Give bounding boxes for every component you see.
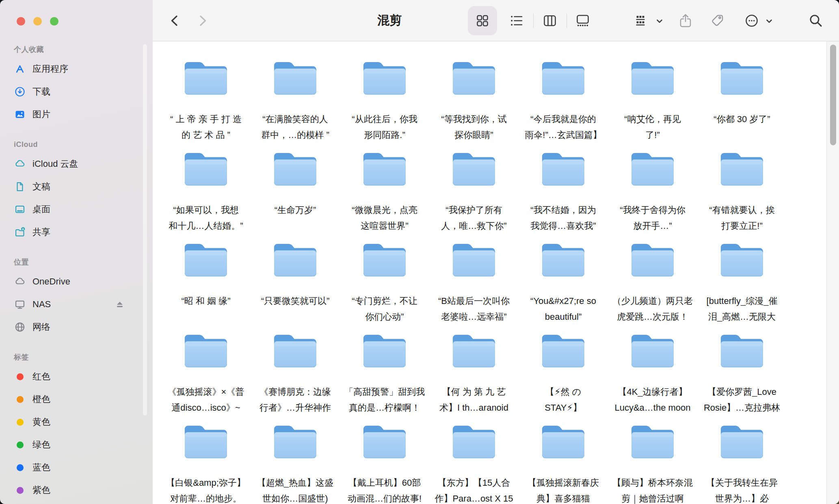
folder-item[interactable]: 《赛博朋克：边缘 行者》…升华神作 [251,332,340,423]
folder-icon [450,151,497,189]
sidebar-item-label: 网络 [32,321,50,333]
folder-item[interactable]: 【4K_边缘行者】 Lucy&a…the moon [608,332,697,423]
finder-window: 个人收藏应用程序下载图片iCloudiCloud 云盘文稿桌面共享位置OneDr… [0,0,839,504]
folder-item[interactable]: “ 上 帝 亲 手 打 造 的 艺 术 品 ” [161,60,251,151]
sidebar-item-label: 红色 [32,370,50,383]
sidebar-item-tag-red[interactable]: 红色 [0,365,147,388]
folder-icon [540,423,587,461]
shared-folder-icon [14,226,26,238]
folder-item[interactable]: “你都 30 岁了” [697,60,787,151]
folder-item[interactable]: “You&#x27;re so beautiful” [519,241,608,332]
folder-item[interactable]: “等我找到你，试 探你眼睛” [429,60,519,151]
share-button[interactable] [677,13,694,29]
sidebar-item-pictures[interactable]: 图片 [0,103,147,126]
tag-dot [14,439,26,451]
sidebar-item-downloads[interactable]: 下载 [0,80,147,103]
folder-icon [182,423,229,461]
tag-button[interactable] [709,13,726,29]
sidebar-item-label: 黄色 [32,416,50,428]
zoom-button[interactable] [50,17,58,26]
folder-item[interactable]: 《孤独摇滚》×《普 通disco…isco》~ [161,332,251,423]
folder-item[interactable]: “呐艾伦，再见 了!” [608,60,697,151]
eject-button[interactable] [115,299,125,310]
sidebar-section: iCloudiCloud 云盘文稿桌面共享 [0,136,147,243]
minimize-button[interactable] [33,17,42,26]
content-scrollbar-thumb[interactable] [830,45,836,145]
sidebar-item-tag-purple[interactable]: 紫色 [0,479,147,502]
group-dropdown-chevron[interactable] [655,17,664,25]
appstore-icon [14,63,26,75]
folder-name: 【戴上耳机】60部 动画混…们的故事! [348,475,422,504]
folder-item[interactable]: 【爱你罗茜_Love Rosie】…克拉弗林 [697,332,787,423]
close-button[interactable] [17,17,25,26]
sidebar-item-documents[interactable]: 文稿 [0,175,147,198]
search-icon [808,13,824,29]
view-grid-button[interactable] [474,13,491,29]
more-icon [744,13,760,29]
folder-item[interactable]: “有错就要认，挨 打要立正!” [697,151,787,241]
sidebar-item-label: iCloud 云盘 [32,158,78,170]
folder-item[interactable]: “微微晨光，点亮 这喧嚣世界” [340,151,429,241]
folder-grid: “ 上 帝 亲 手 打 造 的 艺 术 品 ”“在满脸笑容的人 群中，…的模样 … [161,60,787,504]
folder-item[interactable]: 【何 为 第 九 艺 术】I th…aranoid [429,332,519,423]
sidebar-item-shared[interactable]: 共享 [0,221,147,243]
sidebar-item-icloud-drive[interactable]: iCloud 云盘 [0,153,147,175]
search-button[interactable] [808,13,824,29]
folder-item[interactable]: 【顾与】桥本环奈混 剪｜她曾活过啊 [608,423,697,504]
folder-item[interactable]: 【超燃_热血】这盛 世如你…国盛世) [251,423,340,504]
sidebar-item-nas[interactable]: NAS [0,293,147,316]
sidebar-item-tag-green[interactable]: 绿色 [0,433,147,456]
folder-name: “在满脸笑容的人 群中，…的模样 ” [261,111,329,143]
folder-item[interactable]: “我终于舍得为你 放开手…” [608,151,697,241]
sidebar-item-tag-blue[interactable]: 蓝色 [0,456,147,479]
folder-item[interactable]: 【⚡然 の STAY⚡】 [519,332,608,423]
folder-item[interactable]: “专门剪烂，不让 你们心动” [340,241,429,332]
folder-item[interactable]: 【戴上耳机】60部 动画混…们的故事! [340,423,429,504]
sidebar-item-tag-orange[interactable]: 橙色 [0,388,147,411]
folder-item[interactable]: “如果可以，我想 和十几…人结婚。” [161,151,251,241]
folder-item[interactable]: “只要微笑就可以” [251,241,340,332]
list-view-icon [508,13,525,29]
folder-name: “你都 30 岁了” [714,111,770,127]
folder-item[interactable]: 【东方】【15人合 作】Para…ost X 15 [429,423,519,504]
content-scrollbar-track[interactable] [826,41,839,504]
more-button[interactable] [744,13,760,29]
folder-name: “等我找到你，试 探你眼睛” [441,111,506,143]
folder-item[interactable]: （少儿频道）两只老 虎爱跳…次元版！ [608,241,697,332]
sidebar-scrollbar[interactable] [143,44,147,416]
folder-item[interactable]: “今后我就是你的 雨伞!”…玄武国篇】 [519,60,608,151]
folder-icon [718,60,765,98]
more-dropdown-chevron[interactable] [765,17,773,25]
group-button[interactable] [632,13,649,29]
view-gallery-button[interactable] [575,13,591,29]
forward-button[interactable] [194,13,210,29]
folder-item[interactable]: “B站最后一次叫你 老婆啦…远幸福” [429,241,519,332]
folder-item[interactable]: “我不结婚，因为 我觉得…喜欢我” [519,151,608,241]
back-button[interactable] [167,13,183,29]
folder-item[interactable]: 【白银&amp;弥子】 对前辈…的地步。 [161,423,251,504]
folder-name: “我终于舍得为你 放开手…” [620,202,685,234]
tag-dot [14,370,26,383]
view-columns-button[interactable] [542,13,558,29]
folder-item[interactable]: “从此往后，你我 形同陌路.” [340,60,429,151]
sidebar-item-onedrive[interactable]: OneDrive [0,270,147,293]
folder-item[interactable]: “在满脸笑容的人 群中，…的模样 ” [251,60,340,151]
folder-item[interactable]: “生命万岁” [251,151,340,241]
folder-item[interactable]: “昭 和 姻 缘” [161,241,251,332]
folder-item[interactable]: 【孤独摇滚新春庆 典】喜多猫猫 [519,423,608,504]
sidebar: 个人收藏应用程序下载图片iCloudiCloud 云盘文稿桌面共享位置OneDr… [0,0,153,504]
sidebar-item-desktop[interactable]: 桌面 [0,198,147,221]
folder-name: “生命万岁” [275,202,316,218]
folder-icon [182,241,229,280]
sidebar-item-tag-yellow[interactable]: 黄色 [0,411,147,433]
chevron-left-icon [167,13,183,29]
sidebar-item-network[interactable]: 网络 [0,316,147,338]
folder-item[interactable]: 【关于我转生在异 世界为…】必火！！！ [697,423,787,504]
folder-item[interactable]: 「高甜预警」甜到我 真的是…柠檬啊！ [340,332,429,423]
folder-item[interactable]: “我保护了所有 人，唯…救下你” [429,151,519,241]
folder-icon [272,241,319,280]
sidebar-item-applications[interactable]: 应用程序 [0,58,147,80]
folder-item[interactable]: [butterfly_综漫_催 泪_高燃…无限大 [697,241,787,332]
view-list-button[interactable] [508,13,525,29]
tag-dot [14,484,26,496]
